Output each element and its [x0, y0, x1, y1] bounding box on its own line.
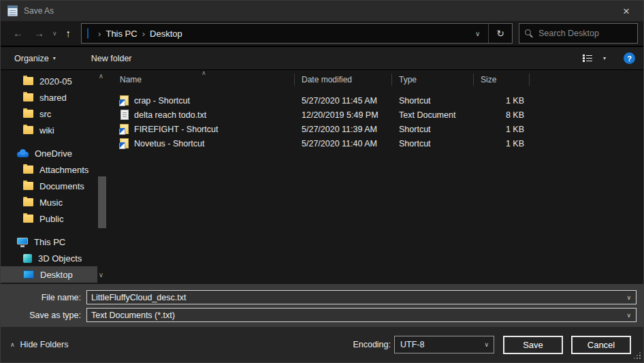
views-caret-icon[interactable]: ▾ — [603, 55, 606, 61]
search-icon — [525, 29, 533, 37]
save-as-dialog: Save As × ← → ∨ ↑ › This PC › Desktop ∨ … — [0, 0, 644, 363]
column-header-type[interactable]: Type — [392, 74, 474, 86]
file-name-label: File name: — [1, 293, 81, 302]
tree-scroll-down-icon[interactable]: ∨ — [99, 271, 103, 279]
folder-icon — [23, 165, 33, 174]
search-input[interactable] — [538, 29, 632, 38]
main-area: ∧ 2020-05 shared src wiki OneDrive — [1, 70, 643, 284]
refresh-icon[interactable]: ↻ — [489, 28, 512, 39]
sidebar-item-desktop[interactable]: Desktop — [1, 266, 97, 283]
sidebar-item-3d-objects[interactable]: 3D Objects — [1, 250, 97, 266]
sidebar-item-2020-05[interactable]: 2020-05 — [1, 73, 97, 89]
up-icon[interactable]: ↑ — [60, 23, 78, 44]
folder-icon — [23, 182, 33, 190]
save-as-type-label: Save as type: — [1, 311, 81, 320]
navigation-bar: ← → ∨ ↑ › This PC › Desktop ∨ ↻ — [1, 21, 643, 47]
organize-button[interactable]: Organize ▾ — [14, 54, 56, 63]
cancel-button[interactable]: Cancel — [571, 336, 631, 354]
sort-ascending-icon: ∧ — [202, 70, 206, 76]
onedrive-cloud-icon — [17, 152, 29, 157]
title-bar: Save As × — [1, 1, 643, 21]
command-toolbar: Organize ▾ New folder ▾ ? — [1, 47, 643, 70]
folder-icon — [23, 126, 33, 134]
sidebar-item-onedrive[interactable]: OneDrive — [1, 145, 97, 161]
sidebar-item-music[interactable]: Music — [1, 194, 97, 210]
breadcrumb-desktop[interactable]: Desktop — [150, 29, 182, 39]
folder-icon — [23, 110, 33, 118]
column-header-row: ∧ Name Date modified Type Size — [113, 70, 643, 89]
shortcut-file-icon — [120, 138, 129, 148]
shortcut-file-icon — [120, 124, 129, 134]
desktop-location-icon — [87, 28, 88, 39]
navigation-pane: ∧ 2020-05 shared src wiki OneDrive — [1, 70, 113, 284]
encoding-label: Encoding: — [353, 340, 391, 349]
sidebar-item-wiki[interactable]: wiki — [1, 122, 97, 138]
chevron-down-icon[interactable]: ∨ — [626, 294, 631, 301]
chevron-down-icon: ∨ — [626, 312, 631, 319]
sidebar-item-documents[interactable]: Documents — [1, 178, 97, 194]
dialog-footer: ∧ Hide Folders Encoding: UTF-8 ∨ Save Ca… — [1, 327, 643, 362]
resize-grip[interactable] — [639, 358, 641, 359]
sidebar-item-src[interactable]: src — [1, 106, 97, 122]
address-bar[interactable]: › This PC › Desktop ∨ ↻ — [81, 23, 513, 44]
save-button[interactable]: Save — [503, 336, 563, 354]
window-title: Save As — [24, 6, 54, 16]
column-header-size[interactable]: Size — [474, 74, 530, 86]
folder-icon — [23, 93, 33, 101]
desktop-monitor-icon — [23, 270, 34, 279]
folder-icon — [23, 77, 33, 85]
table-row[interactable]: FIREFIGHT - Shortcut 5/27/2020 11:39 AM … — [113, 122, 643, 136]
save-as-type-select[interactable]: Text Documents (*.txt) ∨ — [86, 308, 637, 322]
sidebar-item-public[interactable]: Public — [1, 210, 97, 227]
file-rows: crap - Shortcut 5/27/2020 11:45 AM Short… — [113, 89, 643, 151]
folder-icon — [23, 198, 33, 206]
hide-folders-button[interactable]: ∧ Hide Folders — [10, 340, 68, 349]
help-icon[interactable]: ? — [624, 52, 635, 64]
table-row[interactable]: Novetus - Shortcut 5/27/2020 11:40 AM Sh… — [113, 136, 643, 151]
computer-icon — [17, 238, 28, 244]
file-name-input[interactable] — [87, 293, 636, 302]
table-row[interactable]: crap - Shortcut 5/27/2020 11:45 AM Short… — [113, 93, 643, 108]
column-header-date-modified[interactable]: Date modified — [295, 74, 392, 86]
details-view-icon[interactable] — [583, 54, 592, 62]
breadcrumb-chevron-icon: › — [93, 29, 106, 39]
chevron-down-icon: ∨ — [484, 341, 489, 348]
3d-cube-icon — [23, 254, 32, 263]
breadcrumb-chevron-icon: › — [138, 29, 150, 39]
sidebar-scrollbar-thumb[interactable] — [98, 176, 106, 228]
table-row[interactable]: delta reach todo.txt 12/20/2019 5:49 PM … — [113, 108, 643, 122]
folder-icon — [23, 215, 33, 223]
tree-scroll-up-icon[interactable]: ∧ — [99, 72, 103, 80]
organize-caret-icon: ▾ — [53, 55, 56, 61]
new-folder-button[interactable]: New folder — [91, 54, 132, 63]
sidebar-item-shared[interactable]: shared — [1, 89, 97, 106]
forward-icon[interactable]: → — [29, 23, 50, 44]
search-box[interactable] — [519, 23, 638, 44]
notepad-app-icon — [7, 5, 18, 16]
file-name-combobox: ∨ — [86, 290, 637, 304]
chevron-up-icon: ∧ — [10, 341, 15, 348]
address-dropdown-icon[interactable]: ∨ — [467, 30, 488, 37]
sidebar-item-attachments[interactable]: Attachments — [1, 161, 97, 178]
encoding-select[interactable]: UTF-8 ∨ — [394, 336, 494, 353]
history-chevron-icon[interactable]: ∨ — [50, 23, 60, 44]
filename-panel: File name: ∨ Save as type: Text Document… — [1, 284, 643, 327]
close-icon[interactable]: × — [616, 5, 637, 17]
text-document-icon — [120, 110, 129, 120]
breadcrumb-this-pc[interactable]: This PC — [106, 29, 137, 39]
file-list: ∧ Name Date modified Type Size crap - Sh… — [113, 70, 643, 284]
shortcut-file-icon — [120, 95, 129, 106]
sidebar-item-partial[interactable] — [1, 283, 97, 284]
back-icon[interactable]: ← — [7, 23, 29, 44]
sidebar-item-this-pc[interactable]: This PC — [1, 234, 97, 250]
